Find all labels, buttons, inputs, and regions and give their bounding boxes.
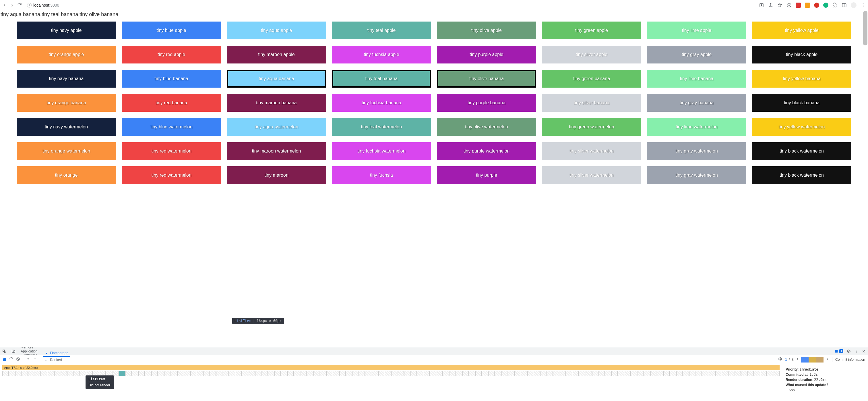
commit-bar[interactable]	[816, 357, 824, 363]
flame-slice[interactable]	[15, 371, 22, 376]
flame-slice[interactable]	[501, 371, 508, 376]
flame-slice[interactable]	[359, 371, 365, 376]
flame-slice[interactable]	[216, 371, 222, 376]
flame-slice[interactable]	[320, 371, 326, 376]
flame-slice[interactable]	[566, 371, 572, 376]
flame-slice[interactable]	[365, 371, 371, 376]
flame-slice[interactable]	[657, 371, 663, 376]
flame-slice[interactable]	[229, 371, 236, 376]
sidepanel-icon[interactable]	[842, 3, 847, 8]
flame-children-row[interactable]	[2, 371, 780, 376]
profiler-mode-ranked[interactable]: Ranked	[43, 357, 70, 363]
flame-slice[interactable]	[9, 371, 15, 376]
flame-slice[interactable]	[450, 371, 456, 376]
flame-slice[interactable]	[190, 371, 197, 376]
tile[interactable]: tiny blue apple	[122, 22, 221, 39]
flame-slice[interactable]	[210, 371, 216, 376]
flame-slice[interactable]	[372, 371, 378, 376]
profiler-mode-flamegraph[interactable]: Flamegraph	[43, 350, 70, 357]
flame-slice[interactable]	[171, 371, 177, 376]
flame-slice[interactable]	[2, 371, 9, 376]
cause-value[interactable]: App	[786, 388, 865, 392]
flame-slice[interactable]	[761, 371, 767, 376]
commit-prev-icon[interactable]	[795, 357, 799, 362]
flame-slice[interactable]	[625, 371, 631, 376]
tile[interactable]: tiny aqua apple	[227, 22, 326, 39]
tile[interactable]: tiny yellow banana	[752, 70, 851, 88]
flame-slice[interactable]	[443, 371, 449, 376]
flame-slice[interactable]	[515, 371, 521, 376]
flame-slice[interactable]	[132, 371, 138, 376]
tile[interactable]: tiny lime watermelon	[647, 118, 746, 136]
tile[interactable]: tiny red watermelon	[122, 142, 221, 160]
flame-slice[interactable]	[424, 371, 430, 376]
tile[interactable]: tiny silver watermelon	[542, 166, 641, 184]
flame-slice[interactable]	[398, 371, 404, 376]
site-info-icon[interactable]: i	[27, 3, 32, 7]
flame-slice[interactable]	[579, 371, 585, 376]
tile[interactable]: tiny yellow watermelon	[752, 118, 851, 136]
flame-slice[interactable]	[767, 371, 773, 376]
flame-slice[interactable]	[605, 371, 611, 376]
flame-slice[interactable]	[242, 371, 248, 376]
download-profile-icon[interactable]	[33, 357, 37, 362]
flame-slice[interactable]	[307, 371, 313, 376]
tile[interactable]: tiny gray watermelon	[647, 166, 746, 184]
flame-slice[interactable]	[404, 371, 410, 376]
flame-slice[interactable]	[151, 371, 158, 376]
flame-slice[interactable]	[709, 371, 715, 376]
flame-slice[interactable]	[754, 371, 761, 376]
share-icon[interactable]	[768, 3, 773, 8]
flame-slice[interactable]	[715, 371, 722, 376]
flame-slice[interactable]	[482, 371, 488, 376]
flame-slice[interactable]	[28, 371, 34, 376]
flame-slice[interactable]	[261, 371, 268, 376]
tile[interactable]: tiny fuchsia banana	[332, 94, 431, 112]
flame-slice[interactable]	[663, 371, 670, 376]
flame-slice[interactable]	[410, 371, 417, 376]
flame-slice[interactable]	[281, 371, 287, 376]
tile[interactable]: tiny teal banana	[332, 70, 431, 88]
flame-slice[interactable]	[274, 371, 281, 376]
flame-slice[interactable]	[650, 371, 657, 376]
flame-slice[interactable]	[22, 371, 28, 376]
tile[interactable]: tiny black watermelon	[752, 166, 851, 184]
tile[interactable]: tiny teal apple	[332, 22, 431, 39]
tile[interactable]: tiny silver banana	[542, 94, 641, 112]
tile[interactable]: tiny gray watermelon	[647, 142, 746, 160]
tile[interactable]: tiny fuchsia watermelon	[332, 142, 431, 160]
flame-slice[interactable]	[741, 371, 747, 376]
flame-slice[interactable]	[236, 371, 242, 376]
flame-slice[interactable]	[249, 371, 255, 376]
tile[interactable]: tiny purple watermelon	[437, 142, 536, 160]
commit-bars[interactable]	[801, 357, 824, 363]
tile[interactable]: tiny aqua banana	[227, 70, 326, 88]
flame-slice[interactable]	[378, 371, 384, 376]
tile[interactable]: tiny silver apple	[542, 46, 641, 63]
flame-slice[interactable]	[618, 371, 624, 376]
tile[interactable]: tiny orange banana	[17, 94, 116, 112]
tile[interactable]: tiny fuchsia apple	[332, 46, 431, 63]
tile[interactable]: tiny lime apple	[647, 22, 746, 39]
tile[interactable]: tiny black banana	[752, 94, 851, 112]
tile[interactable]: tiny blue banana	[122, 70, 221, 88]
flame-slice[interactable]	[638, 371, 644, 376]
flame-slice[interactable]	[287, 371, 293, 376]
tile[interactable]: tiny navy banana	[17, 70, 116, 88]
flame-slice[interactable]	[80, 371, 86, 376]
flame-slice[interactable]	[689, 371, 695, 376]
flame-slice[interactable]	[417, 371, 423, 376]
flame-slice[interactable]	[598, 371, 605, 376]
flame-slice[interactable]	[676, 371, 683, 376]
flame-slice[interactable]	[683, 371, 689, 376]
tile[interactable]: tiny gray apple	[647, 46, 746, 63]
flame-slice[interactable]	[611, 371, 618, 376]
flame-slice[interactable]	[521, 371, 527, 376]
flame-slice[interactable]	[644, 371, 650, 376]
flame-slice[interactable]	[553, 371, 559, 376]
flame-slice[interactable]	[54, 371, 61, 376]
upload-profile-icon[interactable]	[26, 357, 30, 362]
commit-bar[interactable]	[801, 357, 809, 363]
forward-button[interactable]	[10, 3, 14, 7]
devtools-more-icon[interactable]	[854, 349, 858, 353]
